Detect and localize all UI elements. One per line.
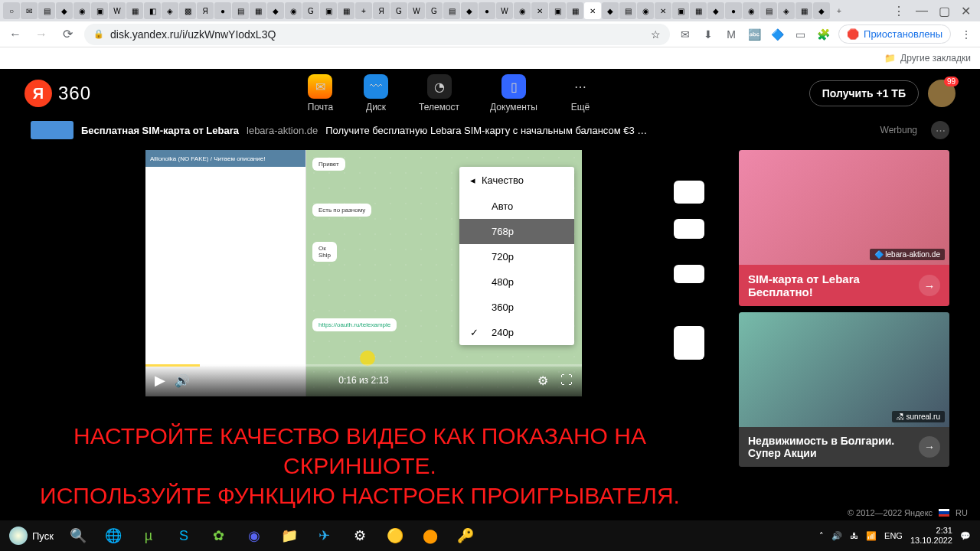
new-tab-button[interactable]: + [831, 2, 848, 19]
url-field[interactable]: 🔒 disk.yandex.ru/i/uzkWnwYIodxL3Q ☆ [84, 24, 670, 45]
browser-tab[interactable]: Я [197, 2, 214, 19]
forward-button[interactable]: → [32, 25, 51, 44]
browser-tab[interactable]: G [390, 2, 407, 19]
browser-tab[interactable]: ▤ [232, 2, 249, 19]
quality-option-360p[interactable]: 360p [459, 295, 574, 320]
browser-tab[interactable]: ▣ [549, 2, 566, 19]
app-disk[interactable]: 〰Диск [364, 74, 388, 112]
chrome-icon[interactable]: 🟡 [380, 520, 410, 551]
browser-tab[interactable]: ▤ [38, 2, 55, 19]
key-icon[interactable]: 🔑 [450, 520, 481, 551]
progress-bar[interactable] [145, 364, 582, 367]
chrome-menu-icon[interactable]: ⋮ [893, 4, 905, 18]
icq-icon[interactable]: ✿ [204, 520, 234, 551]
browser-tab[interactable]: Я [373, 2, 390, 19]
ext-icon[interactable]: M [724, 27, 739, 42]
quality-option-240p[interactable]: ✓240p [459, 320, 574, 345]
explorer-icon[interactable]: 📁 [274, 520, 305, 551]
browser-tab[interactable]: ◆ [461, 2, 478, 19]
browser-tab[interactable]: G [302, 2, 319, 19]
ad-menu-icon[interactable]: ⋯ [931, 121, 949, 139]
skype-icon[interactable]: S [168, 520, 199, 551]
browser-tab[interactable]: ▦ [338, 2, 354, 19]
side-ad-1[interactable]: WERBUNG ⋮ 🔷 lebara-aktion.de SIM-карта о… [739, 150, 949, 306]
browser-tab[interactable]: W [496, 2, 513, 19]
volume-button[interactable]: 🔊 [175, 373, 190, 388]
search-icon[interactable]: 🔍 [63, 520, 93, 551]
quality-option-480p[interactable]: 480p [459, 269, 574, 295]
get-plus-button[interactable]: Получить +1 ТБ [809, 80, 919, 106]
quality-menu-header[interactable]: ◂Качество [459, 167, 574, 194]
browser-tab[interactable]: ✕ [531, 2, 548, 19]
browser-tab[interactable]: W [408, 2, 425, 19]
browser-tab[interactable]: ◉ [514, 2, 531, 19]
ext-icon[interactable]: 🔷 [769, 27, 785, 42]
browser-tab[interactable]: ● [479, 2, 495, 19]
browser-tab[interactable]: ▩ [179, 2, 196, 19]
browser-tab[interactable]: ◆ [267, 2, 284, 19]
browser-tab[interactable]: ✉ [21, 2, 38, 19]
maximize-icon[interactable]: ▢ [939, 4, 950, 18]
browser-tab-active[interactable]: ✕ [584, 2, 601, 19]
browser-tab[interactable]: ▣ [320, 2, 337, 19]
browser-tab[interactable]: ○ [3, 2, 20, 19]
quality-option-auto[interactable]: Авто [459, 194, 574, 219]
quality-option-720p[interactable]: 720p [459, 244, 574, 269]
browser-tab[interactable]: ◆ [707, 2, 724, 19]
browser-tab[interactable]: ◈ [162, 2, 178, 19]
chrome-menu-icon[interactable]: ⋮ [959, 27, 974, 42]
app-more[interactable]: ⋯Ещё [568, 74, 593, 112]
app-icon[interactable]: ⬤ [415, 520, 446, 551]
browser-tab[interactable]: W [109, 2, 126, 19]
browser-tab[interactable]: ▤ [443, 2, 460, 19]
browser-tab[interactable]: ◆ [56, 2, 73, 19]
browser-tab[interactable]: ● [214, 2, 231, 19]
edge-icon[interactable]: 🌐 [98, 520, 129, 551]
wifi-icon[interactable]: 📶 [866, 531, 877, 541]
browser-tab[interactable]: + [355, 2, 372, 19]
notifications-icon[interactable]: 💬 [960, 531, 971, 541]
browser-tab[interactable]: ▤ [619, 2, 636, 19]
browser-tab[interactable]: ◉ [637, 2, 654, 19]
clock[interactable]: 2:31 13.10.2022 [910, 526, 952, 546]
telegram-icon[interactable]: ✈ [309, 520, 340, 551]
settings-icon[interactable]: ⚙ [345, 520, 375, 551]
other-bookmarks-link[interactable]: Другие закладки [900, 53, 971, 64]
browser-tab[interactable]: ✕ [655, 2, 671, 19]
fullscreen-button[interactable]: ⛶ [560, 373, 573, 388]
discord-icon[interactable]: ◉ [239, 520, 270, 551]
browser-tab[interactable]: ◈ [778, 2, 795, 19]
user-avatar[interactable]: 99 [928, 80, 956, 107]
app-mail[interactable]: ✉Почта [308, 74, 333, 112]
browser-tab[interactable]: ▣ [91, 2, 108, 19]
start-button[interactable]: Пуск [3, 527, 60, 545]
tray-chevron-icon[interactable]: ˄ [819, 531, 824, 541]
browser-tab[interactable]: ▤ [760, 2, 777, 19]
ext-icon[interactable]: 🧩 [815, 27, 831, 42]
browser-tab[interactable]: ▦ [250, 2, 266, 19]
yandex-logo[interactable]: Я 360 [24, 80, 91, 107]
minimize-icon[interactable]: — [916, 4, 928, 18]
utorrent-icon[interactable]: µ [133, 520, 164, 551]
close-icon[interactable]: ✕ [961, 4, 971, 18]
browser-tab[interactable]: ● [725, 2, 742, 19]
top-ad-strip[interactable]: Бесплатная SIM-карта от Lebara lebara-ak… [0, 118, 980, 142]
browser-tab[interactable]: ◉ [743, 2, 760, 19]
browser-tab[interactable]: ▦ [795, 2, 812, 19]
browser-tab[interactable]: ◉ [74, 2, 90, 19]
lang-label[interactable]: RU [956, 508, 968, 517]
browser-tab[interactable]: ▦ [567, 2, 583, 19]
ext-icon[interactable]: 🔤 [746, 27, 762, 42]
browser-tab[interactable]: ◆ [602, 2, 619, 19]
adblock-paused-button[interactable]: 🛑 Приостановлены [838, 24, 951, 44]
browser-tab[interactable]: ▦ [126, 2, 143, 19]
settings-button[interactable]: ⚙ [537, 373, 548, 388]
star-icon[interactable]: ☆ [651, 28, 661, 41]
browser-tab[interactable]: ◆ [813, 2, 830, 19]
app-docs[interactable]: ▯Документы [490, 74, 537, 112]
volume-icon[interactable]: 🔊 [831, 531, 842, 541]
back-button[interactable]: ← [6, 25, 24, 44]
language-indicator[interactable]: ENG [884, 531, 903, 540]
ext-icon[interactable]: ✉ [678, 27, 693, 42]
browser-tab[interactable]: ▣ [672, 2, 689, 19]
